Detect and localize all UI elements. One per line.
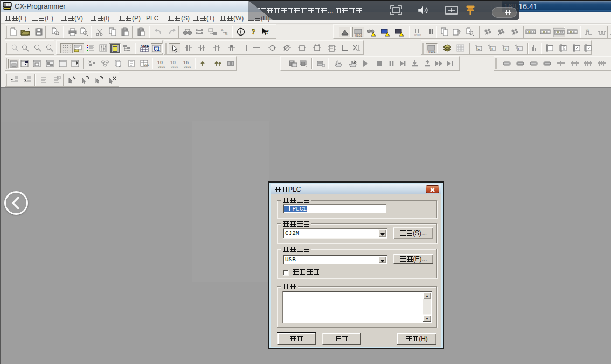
svg-text:?: ?	[266, 28, 269, 36]
svg-text:0101: 0101	[355, 34, 363, 37]
svg-text:?: ?	[252, 28, 255, 36]
svg-text:SMA: SMA	[141, 44, 149, 48]
svg-text:0101: 0101	[158, 65, 165, 68]
svg-text:CI: CI	[154, 46, 160, 52]
svg-text:16: 16	[183, 60, 189, 65]
svg-text:001: 001	[144, 64, 149, 67]
svg-text:0101: 0101	[184, 65, 191, 68]
svg-text:0101: 0101	[414, 33, 422, 37]
svg-text:10: 10	[170, 60, 176, 65]
svg-text:10: 10	[157, 60, 163, 65]
svg-text:A: A	[221, 28, 224, 32]
svg-text:0101: 0101	[171, 65, 178, 68]
svg-text:01: 01	[586, 29, 589, 32]
svg-text:X: X	[491, 47, 493, 51]
svg-text:0101: 0101	[428, 50, 436, 53]
svg-text:V: V	[504, 47, 506, 51]
svg-text:E: E	[477, 47, 480, 51]
